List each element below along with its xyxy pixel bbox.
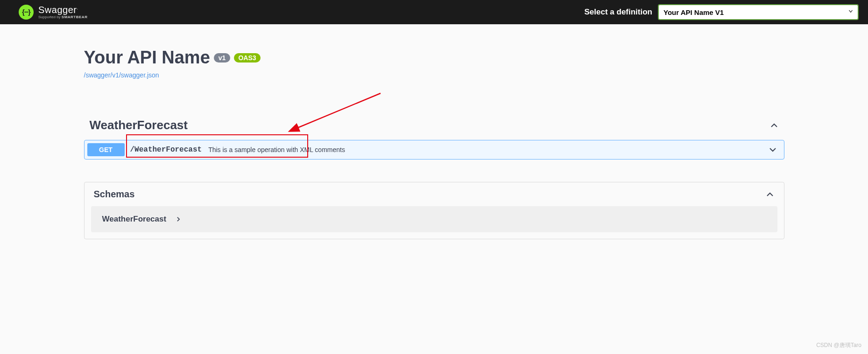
schema-name: WeatherForecast: [102, 215, 167, 224]
schemas-title: Schemas: [94, 189, 135, 200]
tag-name: WeatherForecast: [90, 118, 188, 132]
spec-link[interactable]: /swagger/v1/swagger.json: [84, 71, 159, 79]
swagger-logo-text: Swagger. Supported by SMARTBEAR: [38, 5, 87, 19]
http-method-badge: GET: [87, 143, 125, 156]
tag-header[interactable]: WeatherForecast: [84, 114, 784, 136]
chevron-up-icon: [765, 190, 775, 199]
version-badge: v1: [214, 53, 231, 62]
oas-badge: OAS3: [234, 53, 260, 62]
schemas-block: Schemas WeatherForecast: [84, 182, 784, 239]
topbar: {···} Swagger. Supported by SMARTBEAR Se…: [0, 0, 868, 24]
api-title: Your API Name: [84, 48, 210, 68]
api-info: Your API Name v1 OAS3 /swagger/v1/swagge…: [84, 24, 784, 89]
chevron-up-icon: [769, 121, 779, 130]
annotation-rect: [126, 134, 308, 158]
definition-select-wrap: Your API Name V1: [658, 4, 859, 20]
chevron-right-icon: [174, 215, 183, 224]
swagger-logo[interactable]: {···} Swagger. Supported by SMARTBEAR: [19, 5, 87, 20]
chevron-down-icon: [768, 145, 777, 154]
schema-item[interactable]: WeatherForecast: [91, 206, 777, 232]
definition-select[interactable]: Your API Name V1: [658, 4, 859, 20]
swagger-logo-icon: {···}: [19, 5, 34, 20]
schemas-header[interactable]: Schemas: [85, 182, 784, 206]
definition-label: Select a definition: [585, 7, 652, 17]
